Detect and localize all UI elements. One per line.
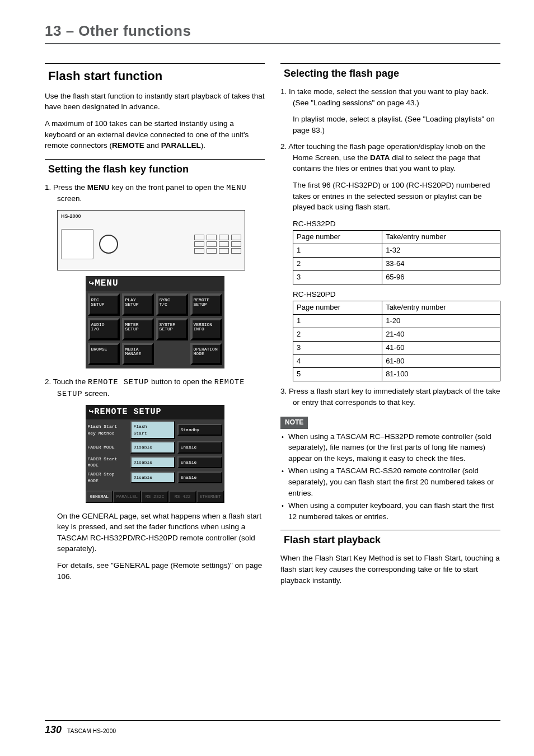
step-1: 1. Press the MENU key on the front panel… [45,182,265,204]
right-step-2: 2. After touching the flash page operati… [280,141,500,174]
remote-setup-option: Enable [177,441,222,454]
table1-caption: RC-HS32PD [293,218,500,230]
remote-setup-row: FADER MODEDisableEnable [86,440,224,455]
general-page-reference: For details, see "GENERAL page (Remote s… [57,560,265,582]
setting-flash-key-heading: Setting the flash key function [45,159,265,176]
table-row: 581-100 [293,368,500,381]
table-cell: 1-20 [382,315,500,328]
menu-title-label: MENU [95,278,118,288]
text-segment: key on the front panel to open the [110,183,227,192]
device-front-panel-illustration: HS-2000 [57,210,245,270]
menu-item-button: BROWSE [88,343,120,365]
table-row: 221-40 [293,328,500,341]
table-row: 461-80 [293,354,500,368]
table-cell: 33-64 [382,257,500,270]
text-segment: ). [201,141,205,150]
rc-hs20pd-table: Page numberTake/entry number 11-20221-40… [293,301,500,381]
remote-setup-tab: PARALLEL [113,491,141,503]
remote-setup-row: FADER Stop MODEDisableEnable [86,470,224,485]
bold-parallel: PARALLEL [161,141,201,150]
menu-item-button: SYSTEM SETUP [156,318,188,340]
right-column: Selecting the flash page 1. In take mode… [280,63,500,756]
remote-setup-row-label: FADER Start MODE [88,456,128,469]
table-cell: 2 [293,328,382,341]
device-brand-label: HS-2000 [61,213,241,220]
remote-setup-row: Flash Start Key MethodFlash StartStandby [86,419,224,440]
remote-setup-tab: ETHERNET [196,491,224,503]
table-row: 341-60 [293,341,500,354]
remote-setup-title-label: REMOTE SETUP [95,407,162,417]
mono-menu: MENU [226,184,246,192]
table-row: 11-20 [293,315,500,328]
remote-setup-option: Enable [177,472,222,484]
device-display-icon [61,229,93,259]
bold-data: DATA [370,153,390,162]
right-step-3: 3. Press a flash start key to immediatel… [280,386,500,408]
remote-setup-row: FADER Start MODEDisableEnable [86,455,224,470]
table-cell: 41-60 [382,341,500,354]
menu-item-button: MEDIA MANAGE [122,343,154,365]
menu-item-button: SYNC T/C [156,293,188,316]
table-cell: 3 [293,270,382,284]
menu-item-button: REC SETUP [88,293,120,316]
menu-item-button: PLAY SETUP [122,293,154,316]
selecting-flash-page-heading: Selecting the flash page [280,63,500,81]
menu-title-bar: ↪MENU [86,276,224,291]
table-cell: 1-32 [382,244,500,258]
table-cell: 1 [293,315,382,328]
right-step-1b: In playlist mode, select a playlist. (Se… [293,114,500,136]
text-segment: button to open the [149,377,214,386]
flash-start-playback-heading: Flash start playback [280,530,500,547]
remote-setup-option: Standby [177,424,222,436]
mono-remote-setup: REMOTE SETUP [88,378,149,386]
menu-item-button: VERSION INFO [190,318,222,340]
remote-setup-option: Disable [130,472,175,484]
remote-setup-option: Flash Start [130,421,175,439]
menu-item-button: METER SETUP [122,318,154,340]
text-segment: and [144,141,161,150]
remote-setup-title-bar: ↪REMOTE SETUP [86,405,224,419]
table-row: 365-96 [293,270,500,284]
table-cell: 2 [293,257,382,270]
right-step-2b: The first 96 (RC-HS32PD) or 100 (RC-HS20… [293,180,500,213]
table-row: 233-64 [293,257,500,270]
table-cell: 65-96 [382,270,500,284]
rc-hs32pd-table: Page numberTake/entry number 11-32233-64… [293,230,500,284]
menu-item-button: REMOTE SETUP [190,293,222,316]
chapter-title: 13 – Other functions [45,22,500,44]
step-2: 2. Touch the REMOTE SETUP button to open… [45,376,265,399]
device-knob-icon [99,235,118,254]
remote-setup-option: Enable [177,456,222,469]
bold-remote: REMOTE [112,141,144,150]
table-cell: 61-80 [382,354,500,368]
table-cell: 1 [293,244,382,258]
table-cell: 21-40 [382,328,500,341]
table-header: Page number [293,231,382,244]
right-step-1: 1. In take mode, select the session that… [280,86,500,108]
note-item: When using a computer keyboard, you can … [280,500,500,522]
table-cell: 5 [293,368,382,381]
remote-setup-tab: GENERAL [86,491,114,503]
page-footer: 130 TASCAM HS-2000 [45,720,500,736]
text-segment: 2. Touch the [45,377,88,386]
note-item: When using a TASCAM RC–HS32PD remote con… [280,431,500,464]
note-label: NOTE [280,417,308,428]
remote-setup-option: Disable [130,456,175,469]
remote-setup-row-label: FADER Stop MODE [88,471,128,484]
table-row: 11-32 [293,244,500,258]
table-cell: 3 [293,341,382,354]
remote-setup-row-label: FADER MODE [88,444,128,451]
note-item: When using a TASCAM RC-SS20 remote contr… [280,465,500,498]
menu-screen-illustration: ↪MENU REC SETUPPLAY SETUPSYNC T/CREMOTE … [86,276,224,368]
remote-setup-screen-illustration: ↪REMOTE SETUP Flash Start Key MethodFlas… [86,405,224,503]
general-page-description: On the GENERAL page, set what happens wh… [57,511,265,554]
intro-paragraph-2: A maximum of 100 takes can be started in… [45,118,265,151]
bold-menu: MENU [87,183,110,192]
text-segment: screen. [83,389,110,398]
table-cell: 81-100 [382,368,500,381]
left-column: Flash start function Use the flash start… [45,63,265,756]
table-cell: 4 [293,354,382,368]
remote-setup-option: Disable [130,441,175,454]
footer-model: TASCAM HS-2000 [67,728,116,734]
page-number: 130 [45,724,62,736]
